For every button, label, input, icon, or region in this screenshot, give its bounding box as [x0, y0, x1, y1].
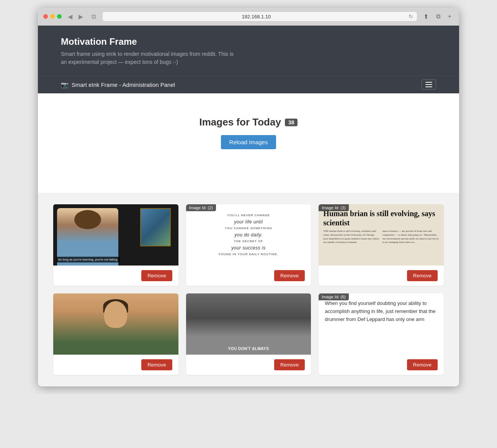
quote-text: YOU'LL NEVER CHANGE your life until YOU … [219, 213, 278, 257]
images-header: Images for Today 38 Reload Images [38, 93, 459, 161]
card-bottom-1: Remove [53, 266, 178, 286]
navbar-brand: 📷 Smart eInk Frame - Administration Pane… [61, 81, 175, 88]
newspaper-body: THE human brain is still evolving, scien… [323, 230, 439, 244]
browser-titlebar: ◀ ▶ ⊡ ↻ ⬆ ⧉ + [38, 8, 459, 26]
hamburger-line-1 [425, 82, 432, 83]
hamburger-line-2 [425, 84, 432, 85]
card-image-wrap-4: Image Id: (4) [53, 293, 178, 355]
nav-buttons: ◀ ▶ [65, 12, 85, 21]
newspaper-image: Human brian is still evolving, says scie… [319, 204, 444, 266]
card-image-wrap-2: Image Id: (2) YOU'LL NEVER CHANGE your l… [186, 204, 311, 266]
close-button[interactable] [43, 14, 48, 19]
image-id-label-2: Image Id: (2) [186, 204, 216, 211]
image-count-badge: 38 [285, 119, 298, 126]
camera-icon: 📷 [61, 81, 69, 88]
navbar: 📷 Smart eInk Frame - Administration Pane… [38, 75, 459, 93]
address-bar-container: ↻ [102, 11, 417, 21]
newspaper-col-2: man evolution — the growth of brain size… [383, 230, 439, 244]
card-image-wrap-3: Image Id: (3) Human brian is still evolv… [319, 204, 444, 266]
share-button[interactable]: ⬆ [421, 12, 431, 21]
section-title-text: Images for Today [199, 116, 281, 128]
image-id-label-3: Image Id: (3) [319, 204, 348, 211]
image-grid-section: Image Id: (1) As long as you're learning… [38, 193, 459, 386]
card-bottom-2: Remove [186, 266, 311, 286]
bob-hair [74, 210, 101, 229]
image-card-5: Image Id: (5) YOU DON'T ALWAYS Remove [186, 293, 311, 375]
new-tab-button[interactable]: ⧉ [434, 12, 443, 21]
newspaper-headline: Human brian is still evolving, says scie… [323, 209, 439, 227]
app-subtitle: Smart frame using eInk to render motivat… [61, 50, 237, 66]
remove-button-1[interactable]: Remove [141, 270, 172, 281]
browser-action-buttons: ⬆ ⧉ + [421, 12, 454, 21]
image-card-3: Image Id: (3) Human brian is still evolv… [319, 204, 444, 286]
quote-image: YOU'LL NEVER CHANGE your life until YOU … [186, 204, 311, 266]
card-bottom-4: Remove [53, 355, 178, 375]
page-reload-button[interactable]: ↻ [409, 13, 413, 20]
image-card-6: Image Id: (6) When you find yourself dou… [319, 293, 444, 375]
view-button[interactable]: ⊡ [89, 13, 98, 20]
card-bottom-5: Remove [186, 355, 311, 375]
images-title: Images for Today 38 [199, 116, 298, 128]
navbar-brand-text: Smart eInk Frame - Administration Panel [72, 81, 175, 88]
text-only-content: When you find yourself doubting your abi… [319, 293, 444, 355]
app-title: Motivation Frame [61, 36, 436, 47]
address-bar[interactable] [106, 14, 406, 20]
hamburger-menu-button[interactable] [422, 80, 436, 90]
card-image-wrap-1: Image Id: (1) As long as you're learning… [53, 204, 178, 266]
remove-button-2[interactable]: Remove [274, 270, 305, 281]
image-card: Image Id: (1) As long as you're learning… [53, 204, 178, 286]
back-button[interactable]: ◀ [65, 12, 75, 21]
portrait-image [53, 293, 178, 355]
browser-window: ◀ ▶ ⊡ ↻ ⬆ ⧉ + Motivation Frame Smart fra… [38, 8, 459, 386]
maximize-button[interactable] [57, 14, 62, 19]
text-only-paragraph: When you find yourself doubting your abi… [325, 300, 438, 323]
card-bottom-3: Remove [319, 266, 444, 286]
forward-button[interactable]: ▶ [76, 12, 85, 21]
image-id-label-6: Image Id: (6) [319, 293, 348, 300]
hamburger-line-3 [425, 86, 432, 87]
reload-images-button[interactable]: Reload Images [221, 135, 276, 149]
remove-button-5[interactable]: Remove [274, 359, 305, 370]
card-image-wrap-6: Image Id: (6) When you find yourself dou… [319, 293, 444, 355]
minimize-button[interactable] [50, 14, 55, 19]
main-content: Images for Today 38 Reload Images [38, 93, 459, 193]
portrait-head [104, 301, 127, 328]
hat-person-image: YOU DON'T ALWAYS [186, 293, 311, 355]
hat-person-caption: YOU DON'T ALWAYS [186, 347, 311, 351]
hat-figure [186, 293, 311, 355]
image-card-4: Image Id: (4) Remove [53, 293, 178, 375]
newspaper-col-1: THE human brain is still evolving, scien… [323, 230, 380, 244]
easel-canvas [140, 208, 171, 246]
card-bottom-6: Remove [319, 355, 444, 375]
remove-button-6[interactable]: Remove [407, 359, 438, 370]
image-grid: Image Id: (1) As long as you're learning… [53, 204, 444, 375]
bob-caption: As long as you're learning, you're not f… [56, 257, 120, 262]
remove-button-4[interactable]: Remove [141, 359, 172, 370]
image-card-2: Image Id: (2) YOU'LL NEVER CHANGE your l… [186, 204, 311, 286]
window-controls [43, 14, 62, 19]
app-header: Motivation Frame Smart frame using eInk … [38, 26, 459, 75]
add-tab-button[interactable]: + [446, 12, 454, 21]
bob-ross-image: As long as you're learning, you're not f… [53, 204, 178, 266]
remove-button-3[interactable]: Remove [407, 270, 438, 281]
card-image-wrap-5: Image Id: (5) YOU DON'T ALWAYS [186, 293, 311, 355]
